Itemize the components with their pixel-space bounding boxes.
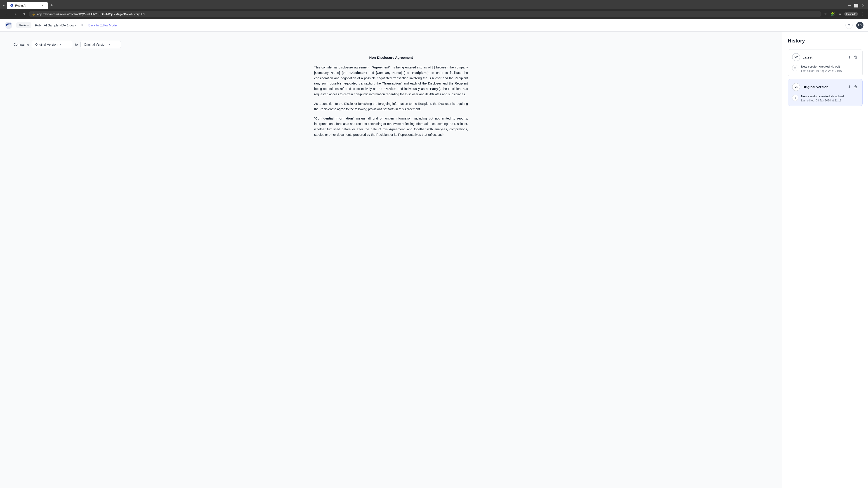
delete-v2-btn[interactable]: 🗑 bbox=[853, 55, 858, 60]
version-name-v2: Latest bbox=[802, 55, 845, 59]
tab-close-btn[interactable]: ✕ bbox=[40, 3, 44, 7]
version-actions-v2: ⬇ 🗑 bbox=[847, 55, 858, 60]
maximize-btn[interactable]: ⬜ bbox=[853, 2, 860, 8]
from-version-select[interactable]: Original Version ▼ bbox=[32, 41, 72, 48]
tab-title: Robin AI bbox=[15, 4, 39, 7]
event-type-v2: via edit bbox=[831, 65, 840, 68]
version-timeline-v1: ⬆ New version created via upload Last ed… bbox=[792, 94, 858, 102]
bookmark-icon[interactable]: ☆ bbox=[823, 11, 828, 17]
timeline-content-v1: New version created via upload Last edit… bbox=[801, 94, 844, 102]
address-actions: ☆ 🧩 ⬇ Incognito ⋮ bbox=[823, 11, 866, 18]
user-avatar[interactable]: LD bbox=[856, 22, 864, 29]
close-btn[interactable]: ✕ bbox=[860, 2, 866, 8]
help-btn[interactable]: ? bbox=[845, 22, 852, 29]
download-icon[interactable]: ⬇ bbox=[838, 11, 842, 17]
document-panel[interactable]: Comparing Original Version ▼ to Original… bbox=[0, 32, 782, 488]
comparing-bar: Comparing Original Version ▼ to Original… bbox=[13, 41, 769, 48]
download-v2-btn[interactable]: ⬇ bbox=[847, 55, 851, 60]
version-card-v1-header: V1 Original Version ⬇ 🗑 bbox=[792, 83, 858, 91]
version-badge-v1: V1 bbox=[792, 83, 800, 91]
browser-chrome: ▾ Robin AI ✕ + ─ ⬜ ✕ ← → ↻ 🔒 app.robinai… bbox=[0, 0, 868, 19]
timeline-meta-v1: Last edited: 08 Jan 2024 at 21:11 bbox=[801, 99, 844, 102]
main-area: Comparing Original Version ▼ to Original… bbox=[0, 32, 868, 488]
timeline-text-v1: New version created via upload bbox=[801, 94, 844, 99]
to-version-select[interactable]: Original Version ▼ bbox=[81, 41, 121, 48]
minimize-btn[interactable]: ─ bbox=[846, 2, 852, 8]
version-card-v2: V2 Latest ⬇ 🗑 ✏ New version created via … bbox=[788, 49, 863, 76]
event-label-v1: New version created bbox=[801, 95, 830, 98]
address-bar: ← → ↻ 🔒 app.robinai.co.uk/review/contrac… bbox=[0, 9, 868, 19]
doc-para-2: As a condition to the Discloser furnishi… bbox=[314, 101, 468, 112]
copy-doc-icon[interactable]: ⧉ bbox=[81, 23, 83, 27]
url-bar[interactable]: 🔒 app.robinai.co.uk/review/contract/Q29u… bbox=[29, 11, 822, 17]
doc-para-3: "Confidential Information" means all ora… bbox=[314, 116, 468, 137]
review-badge: Review bbox=[16, 22, 31, 28]
timeline-content-v2: New version created via edit Last edited… bbox=[801, 64, 842, 72]
back-nav-btn[interactable]: ← bbox=[2, 11, 9, 17]
version-actions-v1: ⬇ 🗑 bbox=[847, 84, 858, 90]
version-badge-v2: V2 bbox=[792, 53, 800, 61]
version-timeline-v2: ✏ New version created via edit Last edit… bbox=[792, 64, 858, 72]
doc-title: Robin AI Sample NDA 1.docx bbox=[35, 24, 76, 27]
tab-bar: ▾ Robin AI ✕ + ─ ⬜ ✕ bbox=[0, 0, 868, 9]
extensions-icon[interactable]: 🧩 bbox=[830, 11, 836, 17]
active-tab[interactable]: Robin AI ✕ bbox=[7, 2, 48, 9]
url-text: app.robinai.co.uk/review/contract/Q29udH… bbox=[37, 12, 818, 16]
to-chevron-icon: ▼ bbox=[108, 43, 111, 46]
history-panel: History V2 Latest ⬇ 🗑 ✏ New version crea… bbox=[782, 32, 868, 488]
document-content: Non-Disclosure Agreement This confidenti… bbox=[314, 56, 468, 138]
timeline-meta-v2: Last edited: 10 Sep 2024 at 24:16 bbox=[801, 69, 842, 72]
to-label: to bbox=[75, 43, 78, 46]
incognito-badge[interactable]: Incognito bbox=[844, 12, 858, 16]
comparing-label: Comparing bbox=[13, 43, 29, 46]
event-label-v2: New version created bbox=[801, 65, 830, 68]
forward-nav-btn[interactable]: → bbox=[11, 11, 19, 17]
doc-heading: Non-Disclosure Agreement bbox=[314, 56, 468, 59]
from-chevron-icon: ▼ bbox=[59, 43, 62, 46]
to-version-label: Original Version bbox=[84, 43, 106, 46]
reload-btn[interactable]: ↻ bbox=[20, 11, 27, 17]
new-tab-btn[interactable]: + bbox=[49, 2, 55, 9]
upload-icon-v1: ⬆ bbox=[792, 95, 798, 101]
history-title: History bbox=[788, 38, 863, 44]
lock-icon: 🔒 bbox=[32, 12, 35, 15]
event-type-v1: via upload bbox=[831, 95, 844, 98]
tab-dropdown[interactable]: ▾ bbox=[2, 3, 6, 8]
timeline-text-v2: New version created via edit bbox=[801, 64, 842, 69]
tab-favicon bbox=[10, 4, 13, 7]
browser-menu-btn[interactable]: ⋮ bbox=[860, 11, 866, 18]
download-v1-btn[interactable]: ⬇ bbox=[847, 84, 851, 90]
robin-logo bbox=[4, 21, 13, 29]
from-version-label: Original Version bbox=[35, 43, 57, 46]
back-to-editor-link[interactable]: Back to Editor Mode bbox=[88, 24, 117, 27]
delete-v1-btn[interactable]: 🗑 bbox=[853, 84, 858, 90]
doc-para-1: This confidential disclosure agreement (… bbox=[314, 65, 468, 97]
window-controls: ─ ⬜ ✕ bbox=[846, 2, 866, 8]
version-card-v2-header: V2 Latest ⬇ 🗑 bbox=[792, 53, 858, 61]
version-card-v1: V1 Original Version ⬇ 🗑 ⬆ New version cr… bbox=[788, 79, 863, 106]
version-name-v1: Original Version bbox=[802, 85, 845, 89]
edit-icon-v2: ✏ bbox=[792, 65, 798, 71]
app-header: Review Robin AI Sample NDA 1.docx ⧉ Back… bbox=[0, 19, 868, 32]
